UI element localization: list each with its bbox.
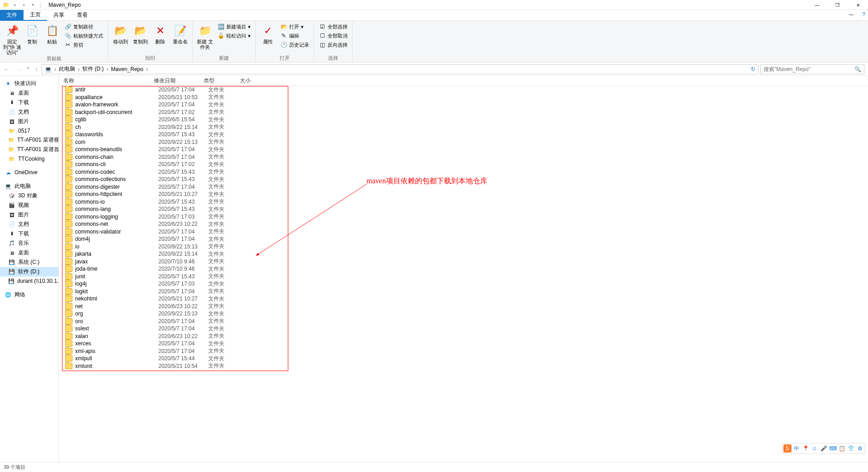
crumb-folder[interactable]: Maven_Repo — [111, 66, 143, 72]
sidebar-item[interactable]: 📁TT-AF001 菜谱视频 — [0, 135, 58, 145]
sidebar-item[interactable]: 📁0517 — [0, 126, 58, 135]
sidebar-item[interactable]: 🎵音乐 — [0, 238, 58, 248]
sidebar-item[interactable]: 📄文档 — [0, 219, 58, 229]
file-row[interactable]: commons-beanutils2020/5/7 17:04文件夹 — [59, 146, 868, 153]
sidebar-onedrive[interactable]: ☁OneDrive — [0, 168, 58, 177]
sidebar-drive-d[interactable]: 💾软件 (D:) — [0, 267, 58, 277]
file-row[interactable]: junit2020/5/7 15:43文件夹 — [59, 273, 868, 281]
forward-button[interactable]: → — [15, 66, 22, 73]
ime-button[interactable]: 👕 — [847, 444, 855, 453]
file-row[interactable]: xmlunit2020/5/21 10:54文件夹 — [59, 362, 868, 370]
breadcrumb[interactable]: 💻 › 此电脑 › 软件 (D:) › Maven_Repo › ↻ — [42, 64, 758, 74]
crumb-drive[interactable]: 软件 (D:) — [82, 65, 104, 73]
newitem-button[interactable]: 🆕新建项目 ▾ — [215, 23, 253, 31]
maximize-button[interactable]: ❐ — [827, 0, 848, 10]
file-row[interactable]: log4j2020/5/7 17:03文件夹 — [59, 280, 868, 288]
file-row[interactable]: commons-validator2020/5/7 17:04文件夹 — [59, 228, 868, 236]
sidebar-item[interactable]: 📁TTCooking — [0, 154, 58, 163]
sidebar-item[interactable]: ⬇下载 — [0, 98, 58, 107]
file-row[interactable]: cglib2020/6/5 15:54文件夹 — [59, 116, 868, 124]
back-button[interactable]: ← — [4, 66, 10, 73]
copyto-button[interactable]: 📂复制到 — [131, 22, 150, 55]
file-row[interactable]: commons-lang2020/5/7 15:43文件夹 — [59, 205, 868, 213]
ime-button[interactable]: ☺ — [811, 444, 819, 453]
sidebar-item[interactable]: 🎲3D 对象 — [0, 191, 58, 200]
sidebar-item[interactable]: 🖥桌面 — [0, 248, 58, 257]
sidebar-item[interactable]: 🎬视频 — [0, 200, 58, 210]
edit-button[interactable]: ✎编辑 — [278, 32, 311, 40]
ribbon-collapse-icon[interactable]: 〜 — [849, 11, 854, 19]
file-row[interactable]: dom4j2020/5/7 17:04文件夹 — [59, 235, 868, 243]
file-row[interactable]: xml-apis2020/5/7 17:04文件夹 — [59, 348, 868, 355]
file-row[interactable]: nekohtml2020/5/21 10:27文件夹 — [59, 295, 868, 303]
paste-button[interactable]: 📋粘贴 — [43, 22, 62, 55]
tab-file[interactable]: 文件 — [0, 10, 24, 21]
ime-button[interactable]: ⚙ — [856, 444, 864, 453]
rename-button[interactable]: 📝重命名 — [171, 22, 190, 55]
ime-button[interactable]: ⌨ — [829, 444, 837, 453]
tab-share[interactable]: 共享 — [47, 10, 71, 21]
file-row[interactable]: commons-codec2020/5/7 15:43文件夹 — [59, 168, 868, 176]
moveto-button[interactable]: 📂移动到 — [111, 22, 130, 55]
ime-button[interactable]: 📍 — [801, 444, 810, 453]
tab-view[interactable]: 查看 — [71, 10, 94, 21]
qat-dropdown-icon[interactable]: ▾ — [29, 1, 37, 9]
file-row[interactable]: classworlds2020/5/7 15:43文件夹 — [59, 131, 868, 138]
minimize-button[interactable]: — — [807, 0, 827, 10]
file-row[interactable]: jakarta2020/9/22 15:14文件夹 — [59, 250, 868, 258]
sidebar-item[interactable]: 🖼图片 — [0, 117, 58, 126]
qat-icon[interactable]: ▫ — [11, 1, 19, 9]
file-row[interactable]: commons-httpclient2020/5/21 10:27文件夹 — [59, 191, 868, 198]
search-icon[interactable]: 🔍 — [854, 66, 861, 72]
ime-button[interactable]: 📋 — [838, 444, 846, 453]
file-row[interactable]: avalon-framework2020/5/7 17:04文件夹 — [59, 101, 868, 109]
sidebar-item[interactable]: 🖥桌面 — [0, 88, 58, 98]
sidebar-item[interactable]: 📄文档 — [0, 107, 58, 117]
open-button[interactable]: 📂打开 ▾ — [278, 23, 311, 31]
copypath-button[interactable]: 🔗复制路径 — [62, 23, 105, 31]
file-row[interactable]: oro2020/5/7 17:04文件夹 — [59, 318, 868, 325]
sidebar-network[interactable]: 🌐网络 — [0, 290, 58, 300]
col-size[interactable]: 大小 — [240, 77, 267, 85]
file-row[interactable]: commons-logging2020/5/7 17:03文件夹 — [59, 213, 868, 221]
col-name[interactable]: 名称 — [63, 77, 154, 85]
file-row[interactable]: sslext2020/5/7 17:04文件夹 — [59, 325, 868, 333]
newfolder-button[interactable]: 📁新建 文件夹 — [196, 22, 215, 55]
qat-icon[interactable]: ▫ — [20, 1, 28, 9]
refresh-icon[interactable]: ↻ — [751, 66, 755, 72]
file-row[interactable]: logkit2020/5/7 17:04文件夹 — [59, 288, 868, 296]
ime-button[interactable]: 🎤 — [820, 444, 828, 453]
file-row[interactable]: commons-io2020/5/7 15:43文件夹 — [59, 198, 868, 206]
col-date[interactable]: 修改日期 — [154, 77, 204, 85]
ime-button[interactable]: S — [783, 444, 792, 453]
file-row[interactable]: org2020/9/22 15:13文件夹 — [59, 310, 868, 318]
file-row[interactable]: javax2020/7/10 9:46文件夹 — [59, 258, 868, 266]
sidebar-item[interactable]: 🖼图片 — [0, 210, 58, 219]
file-row[interactable]: commons-net2020/6/23 10:22文件夹 — [59, 220, 868, 228]
sidebar-durant[interactable]: 💾durant (\\10.30.1.. — [0, 277, 58, 286]
file-row[interactable]: com2020/9/22 15:13文件夹 — [59, 138, 868, 146]
pin-quickaccess-button[interactable]: 📌固定到"快 速访问" — [3, 22, 22, 55]
tab-home[interactable]: 主页 — [24, 10, 47, 21]
recent-dropdown[interactable]: ▾ — [27, 66, 29, 73]
file-row[interactable]: net2020/6/23 10:22文件夹 — [59, 303, 868, 310]
selectall-button[interactable]: ☑全部选择 — [317, 23, 349, 31]
help-icon[interactable]: ? — [862, 11, 865, 19]
file-row[interactable]: commons-cli2020/5/7 17:02文件夹 — [59, 161, 868, 168]
file-row[interactable]: io2020/9/22 15:13文件夹 — [59, 243, 868, 251]
file-row[interactable]: xerces2020/5/7 17:04文件夹 — [59, 340, 868, 348]
file-row[interactable]: xalan2020/6/23 10:22文件夹 — [59, 333, 868, 340]
sidebar-thispc[interactable]: 💻此电脑 — [0, 181, 58, 191]
sidebar-item[interactable]: 📁TT-AF001 菜谱首图 — [0, 145, 58, 154]
file-row[interactable]: ch2020/9/22 15:14文件夹 — [59, 124, 868, 131]
close-button[interactable]: ✕ — [848, 0, 868, 10]
col-type[interactable]: 类型 — [204, 77, 240, 85]
searchbox[interactable]: 🔍 — [760, 64, 864, 74]
properties-button[interactable]: ✓属性 — [258, 22, 277, 55]
cut-button[interactable]: ✂剪切 — [62, 41, 105, 49]
sidebar-item[interactable]: ⬇下载 — [0, 229, 58, 238]
invertselect-button[interactable]: ◫反向选择 — [317, 41, 349, 49]
ime-button[interactable]: 中 — [792, 444, 801, 453]
delete-button[interactable]: ✕删除 — [151, 22, 170, 55]
up-button[interactable]: ↑ — [35, 66, 38, 73]
